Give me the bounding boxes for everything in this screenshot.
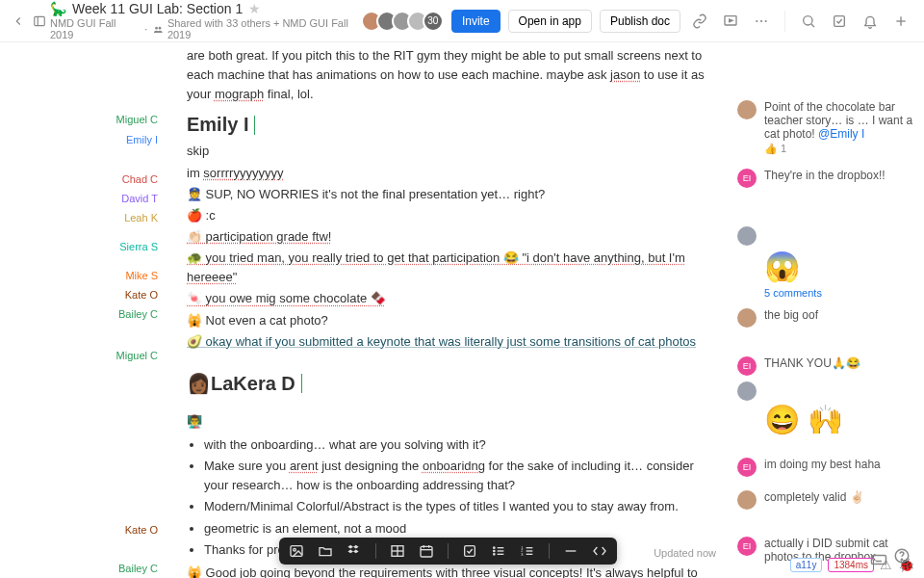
line-leah: 👏🏻 participation grade ftw! (187, 227, 714, 247)
tasks-icon[interactable] (828, 10, 851, 33)
section-heading-emily: Emily I (187, 110, 714, 140)
plus-icon[interactable] (889, 10, 912, 33)
app-header: 🦕 Week 11 GUI Lab: Section 1 ★ NMD GUI F… (0, 0, 924, 42)
invite-button[interactable]: Invite (451, 10, 500, 33)
author-label: Miguel C (29, 110, 175, 129)
line-mike: 🍬 you owe mig some chocolate 🍫 (187, 289, 714, 308)
svg-point-2 (156, 26, 159, 29)
keyboard-icon[interactable] (870, 551, 887, 568)
divider (784, 11, 785, 32)
comment[interactable]: EI im doing my best haha (737, 458, 914, 477)
comment[interactable]: completely valid ✌🏻 (737, 490, 914, 510)
svg-rect-0 (35, 16, 45, 25)
author-label: Kate O (29, 285, 175, 304)
sidebar-toggle-icon[interactable] (33, 14, 46, 28)
comment[interactable]: EI THANK YOU🙏😂 (737, 356, 914, 376)
nav-back-icon[interactable] (12, 14, 25, 28)
doc-emoji-icon: 🦕 (50, 1, 66, 16)
search-icon[interactable] (797, 10, 820, 33)
line-sierra: 🐢 you tried man, you really tried to get… (187, 249, 714, 287)
document-area: Miguel C Emily I Chad C David T Leah K S… (29, 42, 924, 578)
table-icon[interactable] (390, 543, 405, 559)
reaction-count[interactable]: 👍 1 (764, 143, 914, 155)
numbered-list-icon[interactable]: 123 (520, 543, 535, 559)
teacher-emoji: 👨‍🏫 (187, 412, 714, 432)
line-bailey: 🥑 okay what if you submitted a keynote t… (187, 332, 714, 352)
presence-count: 30 (423, 11, 444, 32)
crumb-shared[interactable]: Shared with 33 others + NMD GUI Fall 201… (153, 17, 367, 40)
author-label: Leah K (29, 208, 175, 227)
line-sorry: im sorrrryyyyyyyy (187, 164, 714, 183)
svg-point-8 (765, 19, 767, 21)
help-icon[interactable] (889, 543, 914, 568)
a11y-chip[interactable]: a11y (790, 558, 823, 572)
svg-point-3 (159, 26, 162, 29)
bell-icon[interactable] (859, 10, 882, 33)
svg-point-44 (901, 559, 902, 560)
svg-text:3: 3 (521, 552, 524, 557)
dropbox-icon[interactable] (346, 543, 362, 559)
bullet-list-icon[interactable] (491, 543, 506, 559)
author-label: Miguel C (29, 341, 175, 370)
comment[interactable]: EI They're in the dropbox!! (737, 169, 914, 188)
image-icon[interactable] (289, 543, 304, 559)
author-label: Mike S (29, 266, 175, 285)
checkbox-icon[interactable] (462, 543, 477, 559)
svg-marker-5 (730, 19, 732, 22)
open-in-app-button[interactable]: Open in app (508, 10, 592, 33)
svg-point-9 (804, 15, 812, 24)
doc-title[interactable]: Week 11 GUI Lab: Section 1 (72, 1, 243, 16)
author-label: Emily I (29, 129, 175, 150)
comment[interactable]: Point of the chocolate bar teacher story… (737, 100, 914, 155)
publish-button[interactable]: Publish doc (600, 10, 680, 33)
divider-icon[interactable] (563, 543, 578, 559)
author-label: Bailey C (29, 304, 175, 324)
comment-text: completely valid ✌🏻 (764, 490, 914, 504)
more-icon[interactable] (750, 10, 773, 33)
header-right: 30 Invite Open in app Publish doc (367, 10, 912, 33)
left-gutter (0, 42, 29, 578)
header-left (12, 14, 46, 28)
line-david: 🍎 :c (187, 206, 714, 225)
list-item: geometric is an element, not a mood (204, 519, 714, 539)
star-icon[interactable]: ★ (248, 1, 261, 16)
comment[interactable] (737, 381, 914, 401)
comments-column: Point of the chocolate bar teacher story… (732, 42, 924, 578)
comment-text: THANK YOU🙏😂 (764, 356, 914, 370)
list-item: Modern/Minimal Colorful/Abstract is the … (204, 497, 714, 516)
author-label: Chad C (29, 170, 175, 189)
comment-text: the big oof (764, 308, 914, 322)
comment[interactable]: the big oof (737, 308, 914, 328)
content-column[interactable]: are both great. If you pitch this to the… (175, 42, 732, 578)
comment-text: im doing my best haha (764, 458, 914, 471)
author-column: Miguel C Emily I Chad C David T Leah K S… (29, 42, 175, 578)
reaction-emoji[interactable]: 😱 (764, 250, 914, 283)
avatar: EI (737, 458, 757, 477)
svg-rect-19 (421, 546, 432, 557)
link-icon[interactable] (688, 10, 711, 33)
svg-point-24 (494, 547, 495, 548)
author-label: Bailey C (29, 549, 175, 578)
svg-point-26 (494, 554, 495, 555)
perf-chip[interactable]: 1384ms (828, 558, 874, 572)
avatar (737, 100, 757, 119)
insert-toolbar: 123 (279, 538, 617, 565)
reaction-emoji[interactable]: 😄 🙌 (764, 403, 914, 436)
svg-point-15 (294, 548, 296, 551)
cursor-caret (254, 116, 255, 135)
title-block: 🦕 Week 11 GUI Lab: Section 1 ★ NMD GUI F… (50, 1, 367, 40)
folder-icon[interactable] (318, 543, 333, 559)
body: Miguel C Emily I Chad C David T Leah K S… (0, 42, 924, 578)
present-icon[interactable] (719, 10, 742, 33)
svg-rect-14 (291, 546, 302, 557)
crumb-folder[interactable]: NMD GUI Fall 2019 (50, 17, 139, 40)
calendar-icon[interactable] (419, 543, 434, 559)
code-icon[interactable] (592, 543, 607, 559)
svg-line-10 (811, 24, 814, 27)
intro-paragraph: are both great. If you pitch this to the… (187, 46, 714, 104)
comment[interactable] (737, 226, 914, 246)
author-label: Sierra S (29, 227, 175, 266)
comment-text: They're in the dropbox!! (764, 169, 914, 182)
presence-stack[interactable]: 30 (367, 11, 444, 32)
comments-link[interactable]: 5 comments (764, 287, 914, 299)
